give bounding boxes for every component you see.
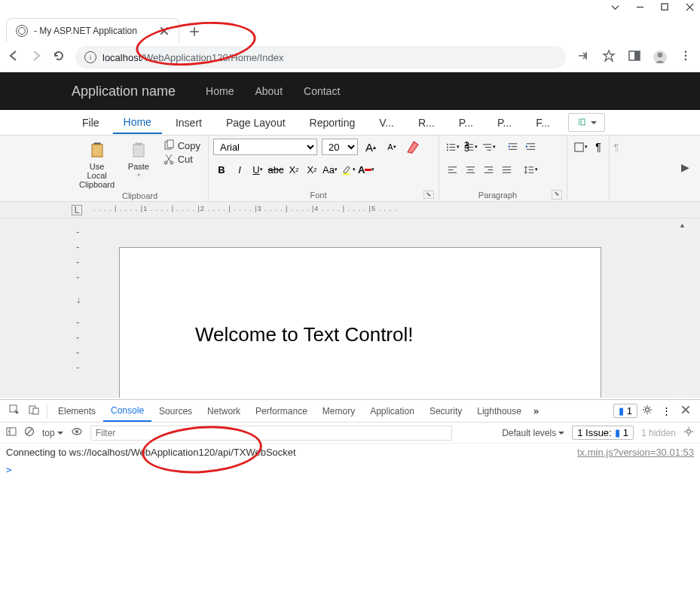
ribbon-tab-pagelayout[interactable]: Page Layout xyxy=(216,112,296,133)
editor-surface[interactable]: ---- ↓ ---- Welcome to Text Control! ▲ xyxy=(0,218,700,398)
tab-close-icon[interactable] xyxy=(159,26,170,36)
levels-select[interactable]: Default levels xyxy=(502,428,564,438)
window-minimize-icon[interactable] xyxy=(636,2,644,14)
pilcrow-icon[interactable]: ¶ xyxy=(590,139,607,155)
devtools-kebab-icon[interactable]: ⋮ xyxy=(657,405,676,416)
devtools-settings-icon[interactable] xyxy=(637,404,657,417)
issues-badge[interactable]: 1 Issue:▮1 xyxy=(572,426,634,440)
devtools-tab-memory[interactable]: Memory xyxy=(315,401,362,421)
back-button[interactable] xyxy=(8,50,20,64)
bookmark-star-icon[interactable] xyxy=(602,49,616,65)
window-chevron-icon[interactable] xyxy=(611,2,619,14)
filter-input[interactable] xyxy=(90,426,452,441)
nav-about[interactable]: About xyxy=(255,85,283,97)
window-maximize-icon[interactable] xyxy=(661,2,669,14)
align-left-icon[interactable] xyxy=(444,161,460,178)
devtools-tab-application[interactable]: Application xyxy=(362,401,422,421)
borders-icon[interactable]: ▾ xyxy=(572,139,588,155)
ribbon-tab-home[interactable]: Home xyxy=(113,111,162,134)
paragraph-dialog-icon[interactable]: ⬊ xyxy=(552,190,562,200)
underline-icon[interactable]: U▾ xyxy=(249,161,266,178)
cut-button[interactable]: Cut xyxy=(160,152,203,166)
indent-icon[interactable] xyxy=(522,139,539,155)
italic-icon[interactable]: I xyxy=(231,161,248,178)
horizontal-ruler[interactable]: L . . . . | . . . . |1 . . . . | . . . .… xyxy=(0,202,700,218)
strike-icon[interactable]: abc xyxy=(267,161,284,178)
nav-contact[interactable]: Contact xyxy=(304,85,340,97)
multilevel-icon[interactable]: ▾ xyxy=(480,139,497,155)
context-select[interactable]: top xyxy=(42,428,63,438)
device-icon[interactable] xyxy=(24,404,44,417)
font-dialog-icon[interactable]: ⬊ xyxy=(423,191,434,199)
devtools-tab-console[interactable]: Console xyxy=(103,401,151,422)
forward-button[interactable] xyxy=(30,50,42,64)
vertical-scrollbar[interactable]: ▲ xyxy=(676,218,688,398)
devtools-tab-security[interactable]: Security xyxy=(422,401,469,421)
devtools-tab-elements[interactable]: Elements xyxy=(50,401,103,421)
highlight-icon[interactable]: ▾ xyxy=(340,161,356,178)
ribbon-tab-6[interactable]: R... xyxy=(408,112,445,133)
scroll-up-icon[interactable]: ▲ xyxy=(679,221,686,229)
bullets-icon[interactable]: ▾ xyxy=(444,139,460,155)
nav-home[interactable]: Home xyxy=(206,85,234,97)
ribbon-scroll-right-icon[interactable]: ▶ xyxy=(681,161,689,173)
superscript-icon[interactable]: X2 xyxy=(304,161,320,178)
console-sidebar-icon[interactable] xyxy=(6,426,17,439)
side-panel-icon[interactable] xyxy=(628,49,641,65)
font-color-icon[interactable]: A▾ xyxy=(358,161,374,178)
align-center-icon[interactable] xyxy=(462,161,478,178)
bold-icon[interactable]: B xyxy=(213,161,230,178)
svg-point-18 xyxy=(446,143,448,145)
devtools-tab-performance[interactable]: Performance xyxy=(248,401,315,421)
ribbon-tab-5[interactable]: V... xyxy=(368,112,405,133)
share-icon[interactable] xyxy=(576,49,590,65)
console-source-link[interactable]: tx.min.js?version=30.01:53 xyxy=(577,447,694,458)
outdent-icon[interactable] xyxy=(504,139,521,155)
document-page[interactable]: Welcome to Text Control! xyxy=(119,247,601,398)
ribbon-tab-reporting[interactable]: Reporting xyxy=(299,112,366,133)
devtools-tab-lighthouse[interactable]: Lighthouse xyxy=(469,401,529,421)
reload-button[interactable] xyxy=(53,50,65,64)
font-name-select[interactable]: Arial xyxy=(213,139,317,155)
messages-badge[interactable]: ▮1 xyxy=(613,404,637,418)
case-icon[interactable]: Aa▾ xyxy=(322,161,338,178)
clear-console-icon[interactable] xyxy=(24,426,35,439)
live-expression-icon[interactable] xyxy=(71,426,83,439)
devtools-more-tabs-icon[interactable]: » xyxy=(529,405,543,416)
ribbon-collapse-button[interactable] xyxy=(568,113,605,132)
grow-font-icon[interactable]: A▴ xyxy=(362,139,379,155)
font-size-select[interactable]: 20 xyxy=(322,139,358,155)
linespacing-icon[interactable]: ▾ xyxy=(522,161,539,178)
address-bar[interactable]: i localhost/WebApplication120/Home/Index xyxy=(75,46,566,69)
devtools-close-icon[interactable] xyxy=(676,404,695,417)
clear-format-icon[interactable] xyxy=(405,139,421,155)
console-prompt[interactable]: > xyxy=(0,461,700,478)
pilcrow2-icon[interactable]: ¶ xyxy=(608,139,625,155)
ribbon-tab-8[interactable]: P... xyxy=(487,112,522,133)
vertical-ruler[interactable]: ---- ↓ ---- xyxy=(72,218,90,398)
document-text[interactable]: Welcome to Text Control! xyxy=(195,323,414,346)
ribbon-tab-insert[interactable]: Insert xyxy=(165,112,212,133)
profile-avatar[interactable] xyxy=(653,50,667,64)
menu-icon[interactable] xyxy=(679,49,692,65)
browser-tab[interactable]: - My ASP.NET Application xyxy=(6,18,179,42)
window-close-icon[interactable] xyxy=(686,2,694,14)
devtools-tab-network[interactable]: Network xyxy=(200,401,248,421)
copy-button[interactable]: Copy xyxy=(160,139,203,152)
ribbon-tab-file[interactable]: File xyxy=(72,112,110,133)
ribbon-tab-7[interactable]: P... xyxy=(448,112,484,133)
devtools-tab-sources[interactable]: Sources xyxy=(151,401,200,421)
site-info-icon[interactable]: i xyxy=(84,51,96,63)
subscript-icon[interactable]: X2 xyxy=(286,161,302,178)
numbers-icon[interactable]: 123▾ xyxy=(462,139,478,155)
inspect-icon[interactable] xyxy=(5,404,24,417)
ribbon-tab-9[interactable]: F... xyxy=(525,112,561,133)
use-local-clipboard-button[interactable]: Use Local Clipboard xyxy=(76,139,118,191)
paste-button[interactable]: Paste ▾ xyxy=(121,139,157,180)
new-tab-button[interactable] xyxy=(184,21,205,42)
align-right-icon[interactable] xyxy=(480,161,497,178)
shrink-font-icon[interactable]: A▾ xyxy=(384,139,400,155)
tab-selector-icon[interactable]: L xyxy=(72,205,82,215)
align-justify-icon[interactable] xyxy=(498,161,515,178)
console-settings-icon[interactable] xyxy=(683,426,694,439)
